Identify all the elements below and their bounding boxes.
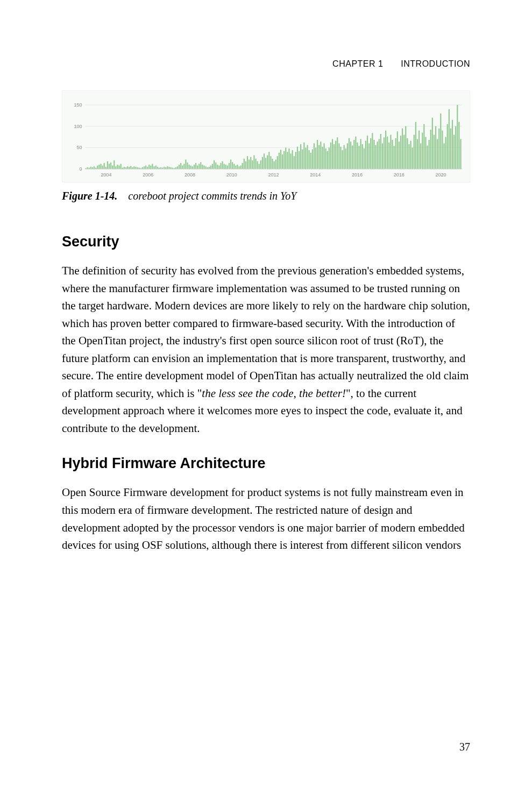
- svg-rect-110: [255, 159, 256, 169]
- svg-rect-154: [329, 147, 330, 169]
- svg-rect-177: [367, 136, 368, 169]
- svg-rect-64: [179, 165, 180, 169]
- svg-text:2020: 2020: [436, 172, 446, 178]
- svg-rect-232: [458, 122, 459, 169]
- svg-rect-105: [247, 156, 248, 169]
- svg-rect-130: [288, 148, 289, 169]
- svg-rect-150: [322, 147, 323, 169]
- svg-rect-122: [275, 160, 276, 169]
- svg-rect-162: [342, 150, 343, 169]
- svg-rect-225: [447, 124, 448, 169]
- svg-rect-175: [364, 148, 365, 169]
- svg-rect-78: [202, 165, 203, 169]
- svg-rect-82: [209, 167, 210, 169]
- svg-rect-164: [345, 148, 346, 169]
- svg-rect-124: [279, 153, 280, 169]
- svg-rect-16: [98, 165, 100, 169]
- svg-rect-18: [102, 166, 103, 169]
- svg-rect-71: [190, 166, 191, 169]
- svg-rect-212: [425, 137, 426, 169]
- svg-rect-149: [320, 141, 321, 169]
- svg-rect-43: [144, 166, 145, 169]
- svg-rect-206: [415, 122, 416, 169]
- svg-rect-221: [440, 114, 441, 169]
- svg-text:0: 0: [79, 166, 82, 172]
- svg-rect-233: [460, 139, 461, 169]
- svg-rect-115: [264, 153, 265, 169]
- svg-rect-100: [238, 166, 239, 169]
- svg-rect-133: [294, 156, 295, 169]
- svg-rect-123: [277, 156, 278, 169]
- svg-rect-228: [452, 120, 453, 169]
- svg-rect-229: [453, 135, 455, 169]
- svg-rect-96: [232, 162, 233, 169]
- svg-rect-94: [229, 163, 230, 169]
- svg-rect-174: [362, 144, 363, 169]
- svg-rect-165: [347, 143, 348, 169]
- svg-rect-183: [377, 141, 378, 169]
- svg-rect-26: [115, 166, 116, 169]
- svg-rect-230: [455, 126, 456, 169]
- svg-rect-181: [373, 140, 374, 169]
- svg-rect-84: [212, 164, 213, 169]
- svg-rect-140: [305, 147, 306, 169]
- svg-rect-134: [295, 152, 296, 169]
- svg-rect-223: [443, 143, 444, 169]
- svg-rect-220: [438, 129, 439, 169]
- svg-rect-95: [230, 160, 231, 169]
- svg-rect-55: [164, 167, 165, 169]
- svg-rect-103: [244, 159, 245, 169]
- para-text-lead: The definition of security has evolved f…: [62, 264, 470, 400]
- svg-rect-139: [303, 143, 304, 169]
- svg-rect-226: [449, 109, 450, 169]
- svg-rect-13: [94, 166, 95, 169]
- svg-rect-11: [90, 167, 91, 169]
- svg-rect-144: [312, 149, 313, 169]
- svg-rect-166: [349, 138, 350, 169]
- svg-rect-207: [417, 139, 418, 169]
- page-header: CHAPTER 1 INTRODUCTION: [62, 59, 470, 69]
- svg-rect-106: [249, 160, 250, 169]
- svg-rect-38: [135, 167, 136, 169]
- svg-rect-138: [302, 149, 303, 169]
- svg-rect-191: [390, 135, 391, 169]
- svg-rect-77: [200, 162, 201, 169]
- svg-rect-49: [153, 166, 154, 169]
- svg-rect-171: [357, 143, 358, 169]
- svg-rect-101: [240, 166, 242, 169]
- svg-rect-210: [422, 133, 423, 169]
- svg-rect-143: [310, 153, 311, 169]
- svg-text:2008: 2008: [185, 172, 195, 178]
- svg-rect-120: [272, 159, 273, 169]
- svg-rect-68: [185, 160, 186, 169]
- svg-rect-93: [227, 166, 228, 169]
- svg-rect-137: [300, 144, 301, 169]
- svg-rect-25: [114, 160, 115, 169]
- svg-rect-119: [270, 156, 271, 169]
- svg-rect-35: [130, 166, 131, 169]
- svg-text:2004: 2004: [101, 172, 111, 178]
- svg-rect-217: [434, 135, 435, 169]
- svg-rect-44: [145, 166, 146, 169]
- svg-rect-203: [410, 141, 411, 169]
- svg-rect-28: [118, 166, 119, 169]
- svg-rect-45: [147, 167, 148, 169]
- svg-rect-80: [205, 166, 207, 169]
- figure-caption-text: coreboot project commits trends in YoY: [128, 190, 296, 202]
- page-number: 37: [459, 741, 470, 753]
- svg-rect-76: [198, 164, 200, 169]
- svg-text:2018: 2018: [394, 172, 405, 178]
- svg-rect-79: [203, 166, 204, 169]
- svg-rect-51: [157, 167, 158, 169]
- svg-rect-63: [177, 166, 178, 169]
- svg-rect-180: [372, 133, 373, 169]
- svg-rect-196: [399, 141, 400, 169]
- svg-rect-202: [408, 144, 409, 169]
- svg-rect-24: [112, 166, 113, 169]
- svg-rect-69: [187, 162, 188, 169]
- commits-chart: 0501001502004200620082010201220142016201…: [66, 96, 466, 180]
- svg-text:2012: 2012: [268, 172, 279, 178]
- svg-text:2010: 2010: [226, 172, 237, 178]
- svg-rect-182: [375, 145, 376, 169]
- svg-rect-186: [382, 143, 383, 169]
